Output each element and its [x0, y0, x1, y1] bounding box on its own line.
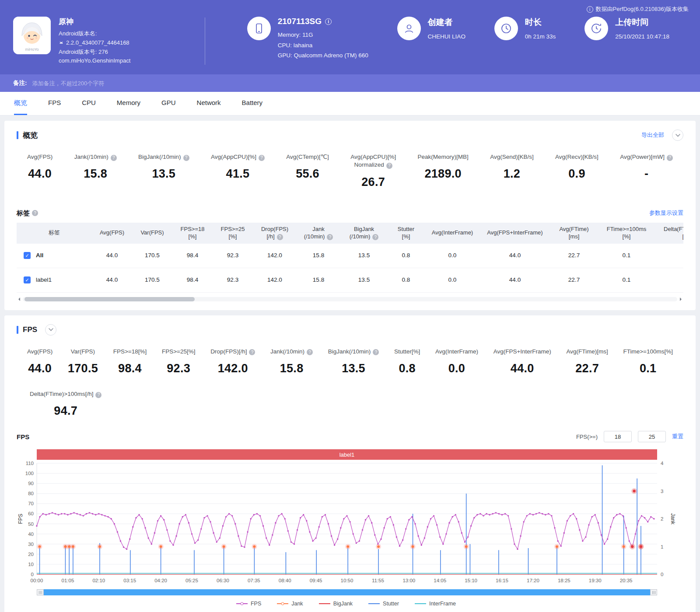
legend-item-Jank[interactable]: Jank [277, 601, 303, 607]
metric-value: 44.0 [494, 362, 551, 375]
svg-text:60: 60 [28, 511, 34, 517]
note-input[interactable] [32, 80, 233, 87]
device-block: 2107113SG i Memory: 11G CPU: lahaina GPU… [247, 17, 368, 61]
device-info-icon[interactable]: i [325, 18, 332, 25]
chart-scrollbar-handle-right[interactable] [650, 589, 657, 595]
tab-GPU[interactable]: GPU [161, 92, 176, 115]
help-icon[interactable]: ? [373, 349, 379, 355]
svg-text:07:35: 07:35 [248, 578, 260, 583]
chart-scrollbar-handle-left[interactable] [37, 589, 44, 595]
metric-label: Avg(Power)[mW]? [620, 153, 673, 161]
column-header: FTime>=100ms[%] [598, 226, 654, 241]
tab-概览[interactable]: 概览 [14, 92, 27, 115]
metric-value: 0.9 [555, 167, 598, 181]
help-icon[interactable]: ? [249, 349, 255, 355]
metric-label: Avg(FPS+InterFrame) [494, 348, 551, 356]
collapse-fps-button[interactable] [45, 324, 56, 336]
row-checkbox[interactable]: ✓ [24, 252, 31, 259]
table-cell: 44.0 [92, 252, 132, 259]
legend-item-Stutter[interactable]: Stutter [368, 601, 399, 607]
legend-item-FPS[interactable]: FPS [236, 601, 261, 607]
legend-item-BigJank[interactable]: BigJank [319, 601, 353, 607]
table-cell: 0.0 [424, 252, 480, 259]
note-bar: 备注: [0, 74, 700, 92]
metric-value: 98.4 [113, 362, 147, 375]
help-icon[interactable]: ? [183, 155, 189, 161]
scroll-left-arrow[interactable] [17, 297, 20, 301]
row-checkbox[interactable]: ✓ [24, 276, 31, 283]
legend-marker [319, 603, 330, 604]
table-scrollbar [17, 296, 683, 302]
fps-chart[interactable]: 01020304050607080901001100123400:0001:05… [17, 460, 676, 588]
svg-text:90: 90 [28, 481, 34, 486]
metric-label: Stutter[%] [394, 348, 420, 356]
scrollbar-track[interactable] [23, 297, 677, 301]
help-icon[interactable]: ? [259, 155, 265, 161]
legend-marker [236, 603, 248, 604]
help-icon[interactable]: ? [95, 392, 102, 398]
table-cell: 92.3 [213, 276, 253, 284]
column-header: Delta(FTime)>100ms[/h]? [654, 226, 683, 241]
param-display-settings-link[interactable]: 参数显示设置 [649, 209, 683, 217]
fps-threshold-input-max[interactable] [638, 431, 666, 442]
help-icon[interactable]: ? [386, 163, 392, 169]
tab-FPS[interactable]: FPS [48, 92, 61, 115]
svg-text:50: 50 [28, 521, 34, 527]
chart-scrollbar-fill[interactable] [44, 589, 650, 595]
svg-text:19:30: 19:30 [589, 578, 602, 583]
tab-Battery[interactable]: Battery [242, 92, 263, 115]
tab-Memory[interactable]: Memory [117, 92, 140, 115]
legend-label: BigJank [333, 601, 353, 607]
table-cell: 94.7 [654, 252, 683, 259]
metric-label: Delta(FTime)>100ms[/h]? [30, 390, 102, 398]
app-version-name-label: Android版本名: [59, 29, 130, 38]
label-banner: label1 [37, 449, 657, 460]
note-label: 备注: [13, 79, 27, 87]
help-icon[interactable]: ? [372, 234, 378, 240]
metric: Jank(/10min)?15.8 [74, 153, 117, 189]
help-icon[interactable]: ? [327, 234, 333, 240]
metric: Peak(Memory)[MB]2189.0 [418, 153, 469, 189]
metric: Avg(AppCPU)[%]?41.5 [211, 153, 265, 189]
svg-text:100: 100 [25, 471, 34, 476]
svg-text:10:50: 10:50 [341, 578, 354, 583]
legend-item-InterFrame[interactable]: InterFrame [415, 601, 456, 607]
help-icon[interactable]: ? [667, 155, 673, 161]
label-cell: ✓label1 [17, 276, 92, 284]
duration-block: 时长 0h 21m 33s [494, 17, 556, 42]
help-icon[interactable]: ? [277, 234, 283, 240]
help-icon[interactable]: ? [307, 349, 313, 355]
svg-text:1: 1 [661, 544, 663, 549]
metric-label: Avg(Send)[KB/s] [490, 153, 534, 161]
title-accent-bar [17, 131, 18, 139]
svg-text:05:25: 05:25 [186, 578, 198, 583]
svg-text:09:45: 09:45 [310, 578, 322, 583]
scroll-right-arrow[interactable] [680, 297, 683, 301]
upload-label: 上传时间 [615, 17, 669, 28]
metric: Var(FPS)170.5 [68, 348, 98, 375]
info-icon: i [587, 6, 593, 13]
overview-card: 概览 导出全部 Avg(FPS)44.0Jank(/10min)?15.8Big… [4, 121, 696, 310]
help-icon[interactable]: ? [32, 210, 38, 216]
metric-label: BigJank(/10min)? [138, 153, 189, 161]
svg-text:80: 80 [28, 491, 34, 496]
report-header: i 数据由PerfDog(6.0.210836)版本收集 miHoYo [0, 0, 700, 92]
metric: Avg(Send)[KB/s]1.2 [490, 153, 534, 189]
tab-Network[interactable]: Network [197, 92, 221, 115]
labels-table: 标签Avg(FPS)Var(FPS)FPS>=18[%]FPS>=25[%]Dr… [17, 223, 683, 293]
collapse-overview-button[interactable] [672, 129, 683, 141]
scrollbar-thumb[interactable] [24, 297, 195, 301]
reset-link[interactable]: 重置 [672, 433, 683, 441]
legend-label: Jank [291, 601, 303, 607]
metric-value: 170.5 [68, 362, 98, 375]
fps-threshold-input-min[interactable] [604, 431, 632, 442]
metric-label: FPS>=18[%] [113, 348, 147, 356]
table-cell: 92.3 [213, 252, 253, 259]
svg-text:0: 0 [31, 572, 34, 577]
help-icon[interactable]: ? [111, 155, 117, 161]
table-cell: 15.8 [297, 252, 340, 259]
metric-value: 26.7 [350, 175, 396, 189]
export-all-link[interactable]: 导出全部 [641, 131, 664, 139]
metric-label: Avg(InterFrame) [435, 348, 478, 356]
tab-CPU[interactable]: CPU [82, 92, 96, 115]
